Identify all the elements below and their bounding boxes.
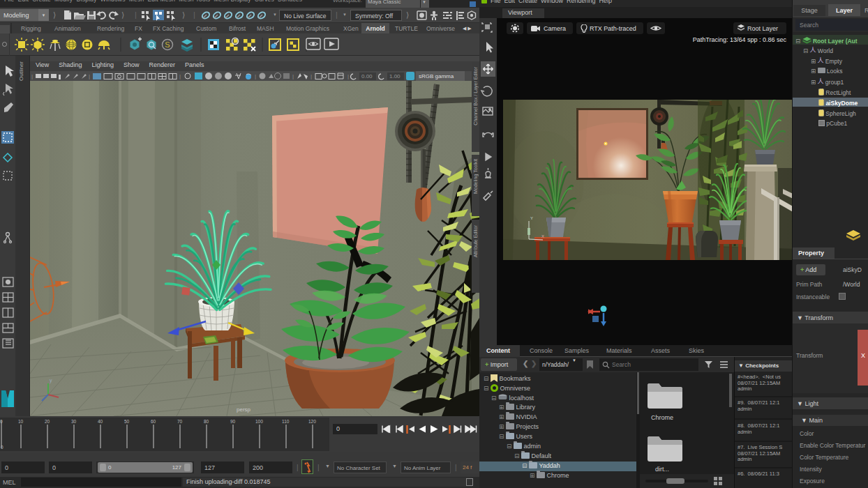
svg-text:S: S: [165, 40, 170, 49]
svg-text:110: 110: [282, 419, 290, 424]
svg-text:100: 100: [255, 419, 263, 424]
svg-text:|: |: [31, 73, 33, 79]
svg-text:X: X: [541, 234, 544, 238]
svg-text:sRGB gamma: sRGB gamma: [419, 73, 454, 79]
svg-text:persp: persp: [237, 406, 251, 413]
svg-text:|: |: [255, 73, 256, 79]
svg-text:10: 10: [18, 419, 24, 424]
svg-text:|: |: [89, 73, 90, 79]
svg-text:|: |: [310, 73, 312, 79]
svg-text:40: 40: [98, 419, 103, 424]
svg-text:70: 70: [177, 419, 183, 424]
svg-text:90: 90: [230, 419, 236, 424]
svg-text:|: |: [347, 73, 349, 79]
svg-text:50: 50: [124, 419, 130, 424]
svg-text:Y: Y: [530, 216, 533, 220]
svg-text:30: 30: [71, 419, 77, 424]
svg-text:20: 20: [45, 419, 50, 424]
svg-text:80: 80: [204, 419, 209, 424]
svg-text:120: 120: [308, 419, 316, 424]
svg-text:|: |: [292, 73, 294, 79]
svg-text:0: 0: [0, 419, 3, 424]
svg-text:y: y: [50, 378, 52, 383]
svg-text:0: 0: [1, 445, 3, 450]
svg-text:|: |: [179, 73, 181, 79]
svg-text:60: 60: [151, 419, 156, 424]
